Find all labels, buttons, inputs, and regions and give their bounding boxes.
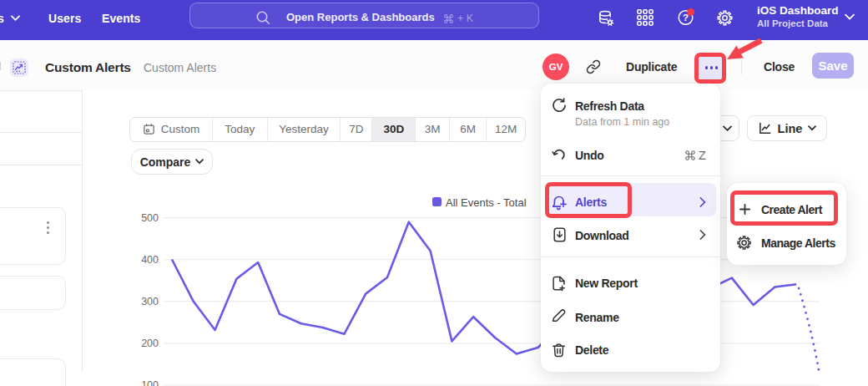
svg-text:100: 100 xyxy=(141,379,159,386)
svg-text:?: ? xyxy=(683,13,689,23)
svg-text:500: 500 xyxy=(141,212,159,224)
svg-text:All Events - Total: All Events - Total xyxy=(446,196,527,209)
svg-text:400: 400 xyxy=(141,254,159,266)
svg-text:200: 200 xyxy=(141,338,159,349)
svg-text:300: 300 xyxy=(141,296,159,307)
